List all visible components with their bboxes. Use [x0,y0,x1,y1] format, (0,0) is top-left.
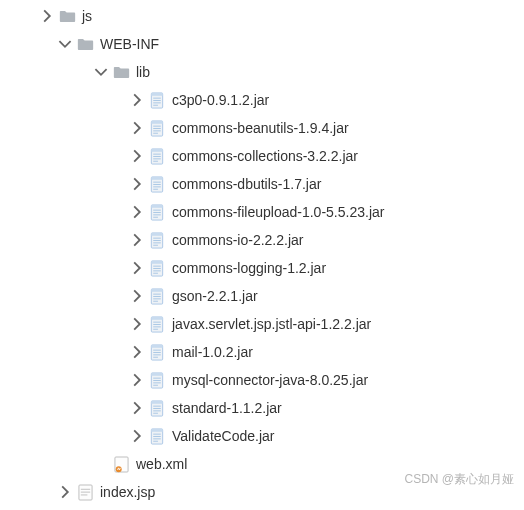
tree-row[interactable]: WEB-INF [0,30,524,58]
tree-row[interactable]: commons-beanutils-1.9.4.jar [0,114,524,142]
tree-row[interactable]: commons-logging-1.2.jar [0,254,524,282]
svg-rect-55 [151,344,162,347]
tree-row[interactable]: commons-io-2.2.2.jar [0,226,524,254]
tree-row[interactable]: standard-1.1.2.jar [0,394,524,422]
svg-rect-63 [153,380,161,381]
tree-label: commons-io-2.2.2.jar [172,232,304,248]
chevron-down-icon[interactable] [58,37,72,51]
svg-rect-71 [153,412,158,413]
svg-rect-1 [151,92,162,95]
svg-rect-7 [151,120,162,123]
chevron-right-icon[interactable] [130,261,144,275]
svg-rect-70 [153,410,161,411]
svg-rect-81 [80,488,89,489]
tree-label: WEB-INF [100,36,159,52]
chevron-right-icon[interactable] [130,177,144,191]
svg-rect-74 [153,433,161,434]
chevron-right-icon[interactable] [130,401,144,415]
chevron-right-icon[interactable] [130,289,144,303]
svg-rect-9 [153,128,161,129]
svg-rect-64 [153,382,161,383]
svg-rect-35 [153,244,158,245]
svg-rect-65 [153,384,158,385]
tree-label: commons-beanutils-1.9.4.jar [172,120,349,136]
tree-label: gson-2.2.1.jar [172,288,258,304]
svg-rect-58 [153,354,161,355]
svg-rect-22 [153,186,161,187]
tree-row[interactable]: js [0,2,524,30]
tree-label: c3p0-0.9.1.2.jar [172,92,269,108]
svg-rect-8 [153,125,161,126]
tree-row[interactable]: commons-fileupload-1.0-5.5.23.jar [0,198,524,226]
svg-rect-52 [153,326,161,327]
jar-file-icon [148,119,166,137]
chevron-right-icon[interactable] [130,345,144,359]
chevron-down-icon[interactable] [94,65,108,79]
chevron-right-icon[interactable] [130,205,144,219]
svg-rect-20 [153,181,161,182]
chevron-right-icon[interactable] [40,9,54,23]
svg-rect-47 [153,300,158,301]
tree-label: commons-logging-1.2.jar [172,260,326,276]
chevron-right-icon[interactable] [130,317,144,331]
svg-rect-83 [80,494,87,495]
svg-rect-5 [153,104,158,105]
chevron-right-icon[interactable] [130,373,144,387]
tree-row[interactable]: commons-collections-3.2.2.jar [0,142,524,170]
jar-file-icon [148,147,166,165]
tree-row[interactable]: javax.servlet.jsp.jstl-api-1.2.2.jar [0,310,524,338]
svg-rect-38 [153,265,161,266]
tree-row[interactable]: c3p0-0.9.1.2.jar [0,86,524,114]
tree-row[interactable]: ValidateCode.jar [0,422,524,450]
tree-row[interactable]: lib [0,58,524,86]
tree-row[interactable]: mysql-connector-java-8.0.25.jar [0,366,524,394]
svg-rect-14 [153,153,161,154]
chevron-right-icon[interactable] [130,429,144,443]
svg-rect-56 [153,349,161,350]
chevron-right-icon[interactable] [130,233,144,247]
svg-rect-45 [153,296,161,297]
tree-label: index.jsp [100,484,155,500]
svg-rect-25 [151,204,162,207]
svg-rect-3 [153,100,161,101]
folder-icon [58,7,76,25]
folder-icon [76,35,94,53]
tree-label: commons-fileupload-1.0-5.5.23.jar [172,204,384,220]
svg-rect-28 [153,214,161,215]
svg-rect-32 [153,237,161,238]
tree-row[interactable]: mail-1.0.2.jar [0,338,524,366]
tree-row[interactable]: gson-2.2.1.jar [0,282,524,310]
svg-rect-17 [153,160,158,161]
chevron-right-icon[interactable] [130,149,144,163]
tree-label: lib [136,64,150,80]
svg-rect-41 [153,272,158,273]
svg-rect-67 [151,400,162,403]
svg-rect-46 [153,298,161,299]
tree-label: standard-1.1.2.jar [172,400,282,416]
svg-rect-37 [151,260,162,263]
svg-rect-27 [153,212,161,213]
svg-rect-19 [151,176,162,179]
tree-row[interactable]: index.jsp [0,478,524,506]
tree-row[interactable]: commons-dbutils-1.7.jar [0,170,524,198]
svg-rect-10 [153,130,161,131]
chevron-right-icon[interactable] [130,93,144,107]
chevron-right-icon[interactable] [130,121,144,135]
svg-rect-39 [153,268,161,269]
svg-rect-4 [153,102,161,103]
jar-file-icon [148,315,166,333]
tree-label: web.xml [136,456,187,472]
svg-rect-13 [151,148,162,151]
folder-icon [112,63,130,81]
jar-file-icon [148,231,166,249]
svg-rect-43 [151,288,162,291]
tree-row[interactable]: web.xml [0,450,524,478]
svg-rect-82 [80,491,89,492]
jar-file-icon [148,203,166,221]
tree-label: javax.servlet.jsp.jstl-api-1.2.2.jar [172,316,371,332]
svg-rect-11 [153,132,158,133]
svg-rect-31 [151,232,162,235]
tree-label: ValidateCode.jar [172,428,274,444]
svg-rect-73 [151,428,162,431]
chevron-right-icon[interactable] [58,485,72,499]
